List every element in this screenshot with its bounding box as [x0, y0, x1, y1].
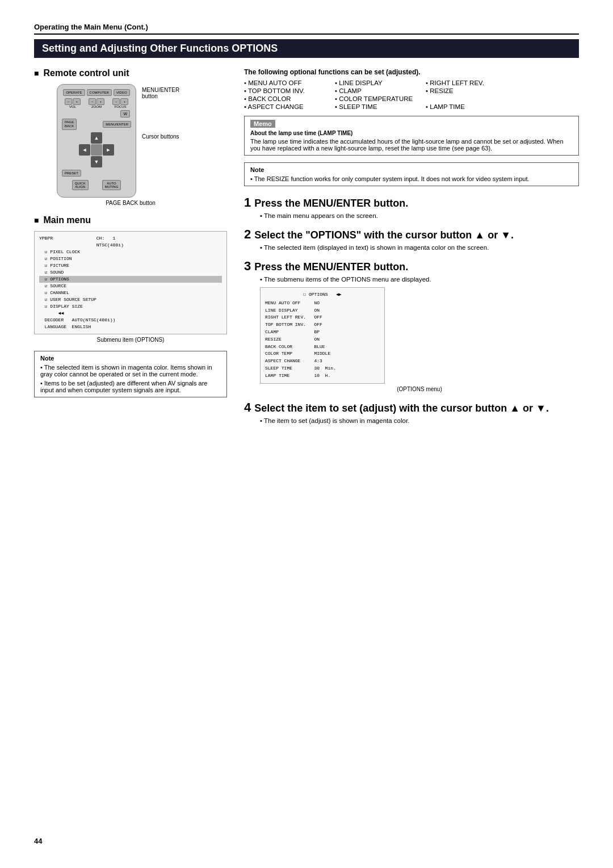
- memo-box: Memo About the lamp use time (LAMP TIME)…: [244, 116, 579, 156]
- page-back-label: PAGE BACK button: [106, 200, 156, 206]
- step-1-num: 1: [244, 195, 251, 210]
- video-btn: VIDEO: [114, 89, 130, 96]
- section-title: Setting and Adjusting Other Functions OP…: [34, 39, 579, 58]
- step-3-title: Press the MENU/ENTER button.: [254, 261, 408, 273]
- opt-item-1: MENU AUTO OFF: [244, 79, 335, 86]
- note-left-item1: • The selected item is shown in magenta …: [40, 364, 221, 378]
- auto-muting-btn: AUTOMUTING: [102, 180, 121, 190]
- vol-plus: +: [73, 98, 81, 105]
- zoom-minus: –: [89, 98, 96, 105]
- note-left-bottom: Note • The selected item is shown in mag…: [34, 351, 227, 397]
- memo-text: The lamp use time indicates the accumula…: [250, 138, 573, 152]
- opt-item-11: LAMP TIME: [426, 103, 517, 110]
- opt-item-7: BACK COLOR: [244, 95, 335, 102]
- remote-control-subsection: Remote control unit: [34, 68, 227, 78]
- zoom-plus: +: [96, 98, 104, 105]
- step-2-title: Select the "OPTIONS" with the cursor but…: [254, 229, 514, 241]
- step-3-body: • The submenu items of the OPTIONS menu …: [260, 276, 579, 283]
- note-right: Note • The RESIZE function works for onl…: [244, 162, 579, 186]
- vol-minus: –: [65, 98, 72, 105]
- step-4: 4 Select the item to set (adjust) with t…: [244, 400, 579, 424]
- nav-right: ►: [103, 144, 114, 156]
- page-number: 44: [34, 837, 42, 845]
- opt-item-6: RESIZE: [426, 87, 517, 94]
- opt-item-5: CLAMP: [335, 87, 426, 94]
- main-menu-subsection: Main menu: [34, 215, 227, 225]
- nav-left: ◄: [79, 144, 90, 156]
- opt-item-4: TOP BOTTOM INV.: [244, 87, 335, 94]
- main-menu-diagram: YPBPR CH: 1 NTSC(480i) ☑ PIXEL CLOCK ☑ P…: [34, 231, 227, 334]
- opt-functions-grid: MENU AUTO OFF LINE DISPLAY RIGHT LEFT RE…: [244, 79, 579, 110]
- page-back-btn: PAGEBACK: [62, 119, 77, 130]
- step-1-body: • The main menu appears on the screen.: [260, 212, 579, 219]
- nav-down: ▼: [91, 156, 102, 167]
- step-2-body: • The selected item (displayed in text) …: [260, 244, 579, 251]
- options-menu-caption: (OPTIONS menu): [260, 386, 579, 392]
- step-4-title: Select the item to set (adjust) with the…: [254, 402, 549, 414]
- opt-item-9: ASPECT CHANGE: [244, 103, 335, 110]
- header-title: Operating the Main Menu (Cont.): [34, 23, 148, 31]
- computer-btn: COMPUTER: [87, 89, 112, 96]
- nav-center: [91, 144, 102, 156]
- step-3-num: 3: [244, 259, 251, 274]
- step-1-title: Press the MENU/ENTER button.: [254, 198, 408, 209]
- note-left-item2: • Items to be set (adjusted) are differe…: [40, 380, 221, 393]
- opt-item-2: LINE DISPLAY: [335, 79, 426, 86]
- page-header: Operating the Main Menu (Cont.): [34, 23, 579, 35]
- opt-functions-title: The following optional functions can be …: [244, 68, 579, 76]
- menu-enter-annotation: MENU/ENTER button: [142, 87, 204, 99]
- options-menu-diagram: ☐ OPTIONS ◀▶ MENU AUTO OFF NO LINE DISPL…: [260, 287, 385, 384]
- step-4-num: 4: [244, 400, 251, 415]
- main-menu-caption: Submenu item (OPTIONS): [34, 337, 227, 343]
- w-btn: W: [120, 110, 130, 118]
- preset-btn: PRESET: [62, 170, 81, 177]
- step-3: 3 Press the MENU/ENTER button. • The sub…: [244, 259, 579, 392]
- opt-item-10: SLEEP TIME: [335, 103, 426, 110]
- operate-btn: OPERATE: [63, 89, 85, 96]
- nav-up: ▲: [91, 132, 102, 144]
- focus-minus: –: [112, 98, 120, 105]
- quick-align-btn: QUICKALIGN: [72, 180, 89, 190]
- remote-unit-drawing: OPERATE COMPUTER VIDEO – + VOL: [57, 84, 136, 198]
- step-2: 2 Select the "OPTIONS" with the cursor b…: [244, 227, 579, 251]
- step-1: 1 Press the MENU/ENTER button. • The mai…: [244, 195, 579, 219]
- step-4-body: • The item to set (adjust) is shown in m…: [260, 417, 579, 424]
- menu-enter-btn: MENU/ENTER: [103, 121, 131, 128]
- step-2-num: 2: [244, 227, 251, 242]
- nav-cross: ▲ ◄ ► ▼: [79, 132, 114, 167]
- remote-control-diagram: OPERATE COMPUTER VIDEO – + VOL: [34, 84, 227, 206]
- opt-item-3: RIGHT LEFT REV.: [426, 79, 517, 86]
- cursor-annotation: Cursor buttons: [142, 133, 204, 140]
- opt-item-8: COLOR TEMPERATURE: [335, 95, 426, 102]
- focus-plus: +: [120, 98, 128, 105]
- note-right-text: • The RESIZE function works for only com…: [250, 175, 573, 182]
